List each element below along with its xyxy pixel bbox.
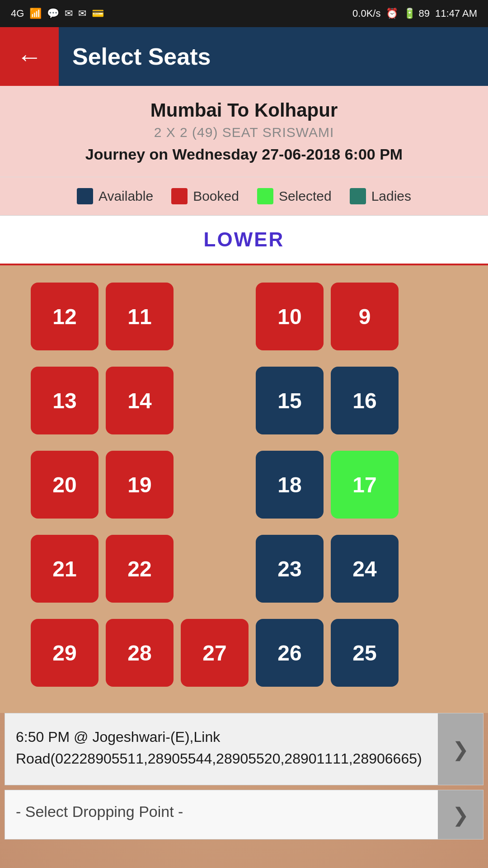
seat-17[interactable]: 17 [331, 451, 399, 519]
seat-9[interactable]: 9 [331, 283, 399, 350]
section-header: LOWER [0, 216, 488, 265]
selected-color-box [257, 188, 273, 204]
available-label: Available [99, 189, 153, 204]
seat-20[interactable]: 20 [31, 451, 99, 519]
available-color-box [77, 188, 93, 204]
dropping-text: - Select Dropping Point - [5, 790, 438, 839]
ladies-color-box [350, 188, 366, 204]
pickup-chevron-icon: ❯ [452, 738, 469, 761]
seat-section: LOWER [0, 216, 488, 265]
gmail-icon-1: ✉ [65, 8, 73, 19]
selected-label: Selected [279, 189, 332, 204]
seat-21[interactable]: 21 [31, 535, 99, 603]
seat-10[interactable]: 10 [256, 283, 324, 350]
battery-indicator: 🔋 89 [404, 8, 430, 19]
seat-16[interactable]: 16 [331, 367, 399, 434]
seat-24[interactable]: 24 [331, 535, 399, 603]
seat-26[interactable]: 26 [256, 619, 324, 687]
status-bar-right: 0.0K/s ⏰ 🔋 89 11:47 AM [352, 8, 477, 19]
pickup-dropdown-button[interactable]: ❯ [438, 713, 483, 785]
legend-available: Available [77, 188, 153, 204]
booked-color-box [171, 188, 188, 204]
ladies-label: Ladies [371, 189, 411, 204]
seat-18[interactable]: 18 [256, 451, 324, 519]
seat-22[interactable]: 22 [106, 535, 174, 603]
seat-19[interactable]: 19 [106, 451, 174, 519]
card-icon: 💳 [92, 8, 104, 19]
route-info: Mumbai To Kolhapur 2 X 2 (49) SEAT SRISW… [0, 86, 488, 177]
aisle-gap-4 [181, 535, 249, 603]
seat-grid: 12 11 10 9 13 14 15 16 20 19 18 17 21 22… [0, 265, 488, 713]
dropping-panel[interactable]: - Select Dropping Point - ❯ [5, 790, 483, 840]
seat-15[interactable]: 15 [256, 367, 324, 434]
back-arrow-icon: ← [17, 42, 42, 71]
whatsapp-icon: 💬 [47, 8, 59, 19]
clock-icon: ⏰ [386, 8, 398, 19]
aisle-gap-3 [181, 451, 249, 519]
section-title: LOWER [204, 228, 285, 250]
route-title: Mumbai To Kolhapur [9, 99, 479, 121]
signal-icon: 📶 [29, 8, 42, 19]
gmail-icon-2: ✉ [78, 8, 86, 19]
seat-13[interactable]: 13 [31, 367, 99, 434]
seat-row-1: 12 11 10 9 [27, 279, 461, 354]
booked-label: Booked [193, 189, 239, 204]
network-indicator: 4G [11, 8, 24, 19]
seat-23[interactable]: 23 [256, 535, 324, 603]
bus-info: 2 X 2 (49) SEAT SRISWAMI [9, 125, 479, 140]
journey-info: Journey on Wednesday 27-06-2018 6:00 PM [9, 146, 479, 163]
legend: Available Booked Selected Ladies [0, 177, 488, 216]
seat-row-3: 20 19 18 17 [27, 447, 461, 522]
legend-booked: Booked [171, 188, 239, 204]
bottom-section: 6:50 PM @ Jogeshwari-(E),Link Road(02228… [0, 713, 488, 840]
seat-11[interactable]: 11 [106, 283, 174, 350]
dropping-chevron-icon: ❯ [452, 803, 469, 826]
pickup-text: 6:50 PM @ Jogeshwari-(E),Link Road(02228… [5, 713, 438, 785]
seat-25[interactable]: 25 [331, 619, 399, 687]
seat-row-2: 13 14 15 16 [27, 363, 461, 438]
time-display: 11:47 AM [435, 8, 477, 19]
status-bar-left: 4G 📶 💬 ✉ ✉ 💳 [11, 8, 104, 19]
seat-12[interactable]: 12 [31, 283, 99, 350]
aisle-gap-1 [181, 283, 249, 350]
page-title: Select Seats [72, 43, 211, 70]
network-speed: 0.0K/s [352, 8, 380, 19]
header: ← Select Seats [0, 27, 488, 86]
aisle-gap-2 [181, 367, 249, 434]
dropping-dropdown-button[interactable]: ❯ [438, 790, 483, 839]
legend-selected: Selected [257, 188, 332, 204]
back-button[interactable]: ← [0, 27, 59, 86]
seat-27[interactable]: 27 [181, 619, 249, 687]
seat-28[interactable]: 28 [106, 619, 174, 687]
legend-ladies: Ladies [350, 188, 411, 204]
seat-29[interactable]: 29 [31, 619, 99, 687]
seat-row-5: 29 28 27 26 25 [27, 615, 461, 690]
seat-14[interactable]: 14 [106, 367, 174, 434]
pickup-panel[interactable]: 6:50 PM @ Jogeshwari-(E),Link Road(02228… [5, 713, 483, 785]
status-bar: 4G 📶 💬 ✉ ✉ 💳 0.0K/s ⏰ 🔋 89 11:47 AM [0, 0, 488, 27]
seat-row-4: 21 22 23 24 [27, 531, 461, 606]
